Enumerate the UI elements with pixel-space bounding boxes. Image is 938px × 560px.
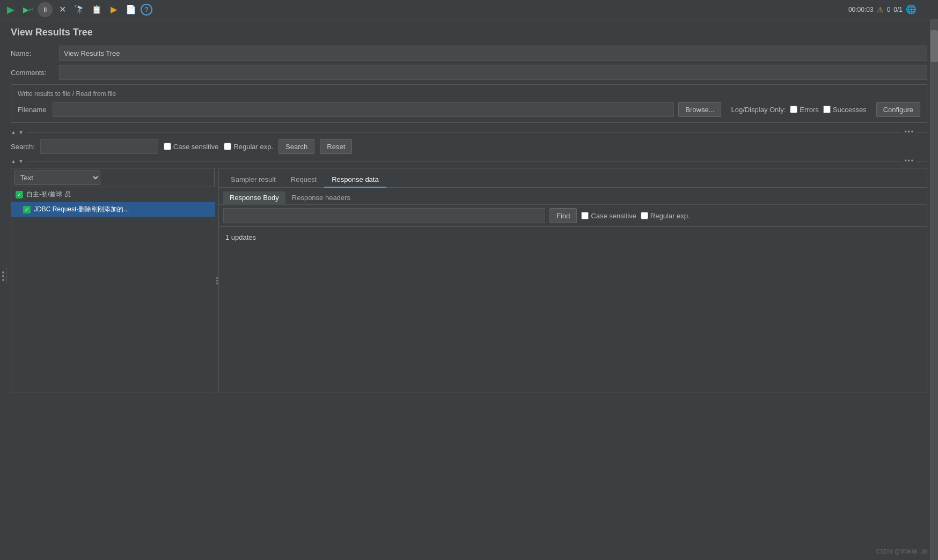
text-dropdown-row: Text RegExp Tester CSS/JQuery Tester XPa… [11,168,214,187]
log-display-label: Log/Display Only: [731,106,786,114]
configure-button[interactable]: Configure [876,102,920,117]
find-bar: Find Case sensitive Regular exp. [219,205,927,227]
tab-request[interactable]: Request [283,172,324,188]
find-case-sensitive-checkbox[interactable] [581,212,589,219]
edge-dot-3 [2,279,4,281]
page-title: View Results Tree [11,27,927,38]
find-regular-exp-text: Regular exp. [650,212,690,220]
errors-checkbox-label[interactable]: Errors [790,106,818,114]
left-panel: ✓ 自主-初/首球 员 ✓ JDBC Request-删除刚刚添加的... [11,187,215,393]
right-scrollbar[interactable] [930,19,938,560]
main-tabs-row: Sampler result Request Response data [219,168,927,188]
main-content: View Results Tree Name: Comments: Write … [0,19,938,560]
sub-tab-body[interactable]: Response Body [223,191,285,205]
reset-button[interactable]: Reset [320,139,352,154]
binoculars-icon: 🔭 [72,2,87,17]
list-icon: 📄 [123,2,138,17]
up-arrow-2[interactable]: ▲ [11,158,16,164]
divider-line-2 [26,161,903,161]
filename-input[interactable] [53,102,674,117]
resize-dot-3 [216,283,218,284]
response-text: 1 updates [225,233,256,241]
case-sensitive-checkbox[interactable] [164,143,171,150]
file-section-title: Write results to file / Read from file [18,90,920,98]
search-row: Search: Case sensitive Regular exp. Sear… [11,139,927,154]
resize-dot-1 [216,277,218,279]
tree-item-label-1: 自主-初/首球 员 [26,190,71,199]
scrollbar-thumb[interactable] [930,30,938,62]
search-input[interactable] [40,139,158,154]
globe-icon: 🌐 [906,4,917,14]
divider-row-1: ▲ ▼ ••• [11,127,927,137]
tab-response[interactable]: Response data [324,172,386,188]
divider-line-1 [26,132,903,132]
run-icon[interactable]: ▶ [106,2,121,17]
find-case-sensitive-label[interactable]: Case sensitive [581,212,636,220]
play-alt-button[interactable]: ▶↩ [20,2,35,17]
play-button[interactable]: ▶ [3,2,18,17]
down-arrow-1[interactable]: ▼ [18,129,24,135]
shield-icon-1: ✓ [16,191,23,198]
find-button[interactable]: Find [549,208,577,223]
browse-button[interactable]: Browse... [678,102,721,117]
right-panel: Sampler result Request Response data Res… [219,168,927,393]
filename-label: Filename [18,106,46,114]
tab-sampler[interactable]: Sampler result [223,172,283,188]
edge-dot-1 [2,271,4,274]
tree-item-label-2: JDBC Request-删除刚刚添加的... [34,205,129,214]
toolbar-right: 00:00:03 ⚠ 0 0/1 🌐 [848,4,917,14]
response-body: 1 updates [219,227,927,393]
toolbar: ▶ ▶↩ ⏸ ✕ 🔭 📋 ▶ 📄 ? 00:00:03 ⚠ 0 0/1 🌐 [0,0,938,19]
regular-exp-label[interactable]: Regular exp. [224,143,273,151]
find-input[interactable] [223,208,545,223]
edit-icon: 📋 [89,2,104,17]
errors-checkbox[interactable] [790,106,797,113]
file-section: Write results to file / Read from file F… [11,84,927,123]
find-case-sensitive-text: Case sensitive [591,212,636,220]
successes-checkbox-label[interactable]: Successes [823,106,867,114]
view-type-select[interactable]: Text RegExp Tester CSS/JQuery Tester XPa… [14,171,100,185]
regular-exp-text: Regular exp. [233,143,273,151]
divider-dots-2: ••• [904,157,914,165]
search-label: Search: [11,143,35,151]
regular-exp-checkbox[interactable] [224,143,231,150]
divider-line-end-1 [917,132,927,132]
comments-input[interactable] [59,65,927,80]
timer-display: 00:00:03 [848,6,874,13]
case-sensitive-text: Case sensitive [173,143,219,151]
warning-count: 0 [887,6,891,13]
name-label: Name: [11,49,59,57]
name-row: Name: [11,46,927,61]
find-regular-exp-label[interactable]: Regular exp. [641,212,690,220]
warning-icon: ⚠ [877,5,884,14]
stop-button[interactable]: ⏸ [38,2,53,17]
edge-dot-2 [2,275,4,277]
down-arrow-2[interactable]: ▼ [18,158,24,164]
shield-icon-2: ✓ [23,206,31,213]
fraction-display: 0/1 [893,6,903,13]
sub-tab-headers[interactable]: Response headers [285,191,357,205]
divider-dots-1: ••• [904,128,914,136]
clear-button[interactable]: ✕ [55,2,70,17]
errors-label: Errors [800,106,818,114]
left-panel-wrapper: Text RegExp Tester CSS/JQuery Tester XPa… [11,168,215,393]
up-arrow-1[interactable]: ▲ [11,129,16,135]
search-button[interactable]: Search [279,139,314,154]
help-icon[interactable]: ? [141,4,152,16]
successes-label: Successes [833,106,867,114]
sub-tabs-row: Response Body Response headers [219,188,927,205]
divider-row-2: ▲ ▼ ••• [11,156,927,166]
divider-line-end-2 [917,161,927,161]
name-input[interactable] [59,46,927,61]
tree-item-1[interactable]: ✓ 自主-初/首球 员 [11,187,215,202]
case-sensitive-label[interactable]: Case sensitive [164,143,219,151]
successes-checkbox[interactable] [823,106,831,113]
resize-dot-2 [216,280,218,282]
resize-handle[interactable] [215,168,219,393]
file-row: Filename Browse... Log/Display Only: Err… [18,102,920,117]
left-edge-handle[interactable] [0,268,7,284]
watermark: CSDN @李琳琳 -测 [876,548,927,556]
split-area: Text RegExp Tester CSS/JQuery Tester XPa… [11,168,927,393]
tree-item-2[interactable]: ✓ JDBC Request-删除刚刚添加的... [11,202,215,217]
find-regular-exp-checkbox[interactable] [641,212,648,219]
